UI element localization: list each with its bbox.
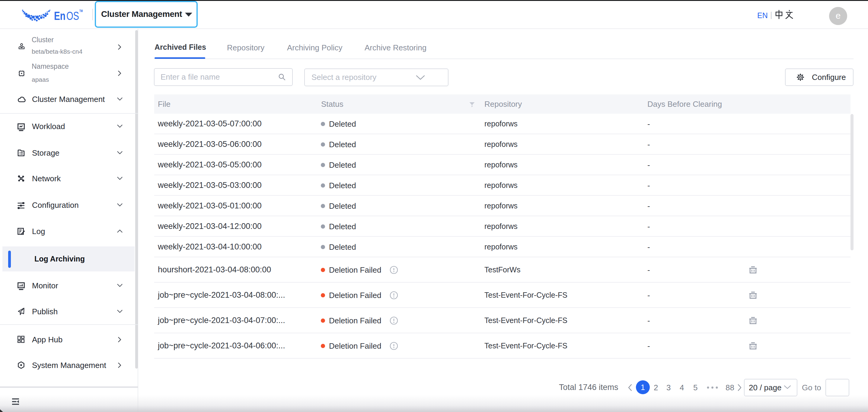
svg-text:En: En <box>54 9 65 22</box>
svg-text:TM: TM <box>80 9 83 13</box>
svg-text:OS: OS <box>66 9 79 22</box>
